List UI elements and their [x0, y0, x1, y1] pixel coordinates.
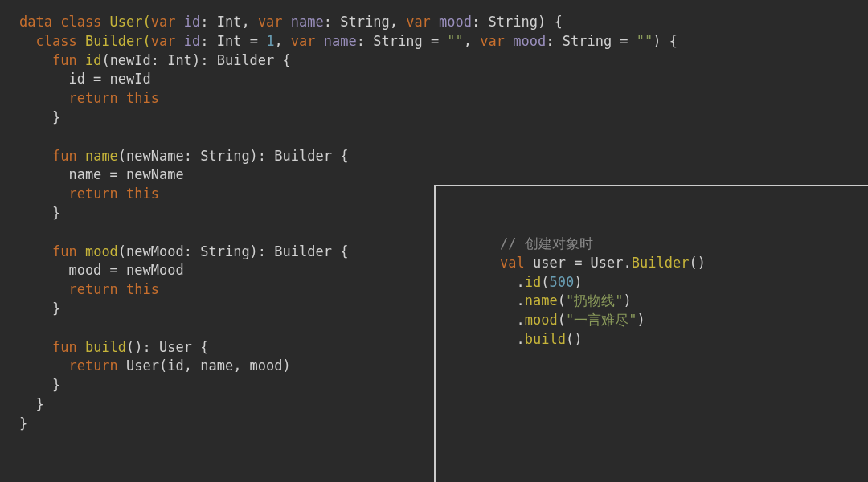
- code-token: var: [151, 14, 184, 30]
- code-token: ): [623, 292, 631, 308]
- code-token: : Int,: [200, 14, 258, 30]
- code-token: fun: [52, 339, 85, 355]
- code-token: user = User.: [533, 255, 632, 271]
- code-token: [19, 90, 68, 106]
- code-token: [19, 33, 35, 49]
- code-token: mood = newMood: [19, 262, 184, 278]
- code-token: id = newId: [19, 71, 151, 87]
- code-token: }: [19, 415, 27, 431]
- code-token: mood: [439, 14, 472, 30]
- code-token: build: [525, 331, 566, 347]
- code-token: id: [184, 14, 200, 30]
- code-token: [19, 148, 52, 164]
- code-token: var: [480, 33, 513, 49]
- code-token: val: [500, 255, 533, 271]
- code-token: (newId: Int): Builder {: [101, 52, 290, 68]
- code-token: (: [558, 292, 566, 308]
- code-token: class: [35, 33, 84, 49]
- code-token: var: [291, 33, 324, 49]
- code-token: }: [19, 377, 60, 393]
- code-token: .: [500, 312, 525, 328]
- code-token: mood: [85, 243, 118, 259]
- code-token: .: [500, 292, 525, 308]
- code-token: return this: [68, 281, 159, 297]
- code-token: .: [500, 331, 525, 347]
- code-token: id: [184, 33, 200, 49]
- code-token: return this: [68, 186, 159, 202]
- code-token: [19, 52, 52, 68]
- code-token: 1: [266, 33, 274, 49]
- code-token: User(: [110, 14, 151, 30]
- code-token: : String,: [324, 14, 406, 30]
- code-token: fun: [52, 52, 85, 68]
- code-token: "一言难尽": [566, 312, 637, 328]
- code-token: (): [689, 255, 705, 271]
- code-token: ): [574, 274, 582, 290]
- code-token: return: [68, 357, 126, 374]
- code-token: id: [85, 52, 101, 68]
- code-comment: // 创建对象时: [500, 235, 593, 251]
- code-token: name = newName: [19, 166, 184, 182]
- code-token: Builder(: [85, 33, 151, 49]
- code-token: name: [324, 33, 357, 49]
- code-token: User(id, name, mood): [126, 357, 291, 374]
- code-token: }: [19, 396, 44, 412]
- code-token: "": [447, 33, 463, 49]
- code-token: ,: [464, 33, 480, 49]
- code-token: .: [500, 274, 525, 290]
- code-token: build: [85, 339, 126, 355]
- code-token: : Int =: [200, 33, 266, 49]
- code-token: [19, 281, 68, 297]
- code-token: : String) {: [472, 14, 563, 30]
- code-token: (: [558, 312, 566, 328]
- code-token: mood: [513, 33, 546, 49]
- code-token: data class: [19, 14, 110, 30]
- code-token: var: [151, 33, 184, 49]
- code-token: (): User {: [126, 339, 208, 355]
- code-token: (newName: String): Builder {: [118, 148, 349, 164]
- code-token: Builder: [632, 255, 690, 271]
- code-token: 500: [549, 274, 574, 290]
- code-token: ) {: [653, 33, 678, 49]
- code-token: "扔物线": [566, 292, 623, 308]
- code-token: }: [19, 205, 60, 221]
- code-token: var: [258, 14, 291, 30]
- code-token: ,: [274, 33, 290, 49]
- code-token: fun: [52, 243, 85, 259]
- code-token: name: [291, 14, 324, 30]
- code-token: [19, 357, 68, 374]
- code-token: id: [525, 274, 541, 290]
- code-token: }: [19, 300, 60, 317]
- code-token: : String =: [357, 33, 448, 49]
- code-token: "": [637, 33, 653, 49]
- code-token: ): [637, 312, 645, 328]
- code-token: }: [19, 109, 60, 125]
- code-token: : String =: [546, 33, 637, 49]
- code-token: [19, 186, 68, 202]
- code-token: fun: [52, 148, 85, 164]
- code-token: (newMood: String): Builder {: [118, 243, 349, 259]
- code-token: [19, 243, 52, 259]
- code-token: [19, 339, 52, 355]
- code-token: var: [406, 14, 439, 30]
- code-token: name: [85, 148, 118, 164]
- code-token: return this: [68, 90, 159, 106]
- code-token: mood: [525, 312, 558, 328]
- inset-code-block: // 创建对象时 val user = User.Builder() .id(5…: [434, 185, 868, 482]
- code-token: (): [566, 331, 582, 347]
- code-token: name: [525, 292, 558, 308]
- code-token: (: [541, 274, 549, 290]
